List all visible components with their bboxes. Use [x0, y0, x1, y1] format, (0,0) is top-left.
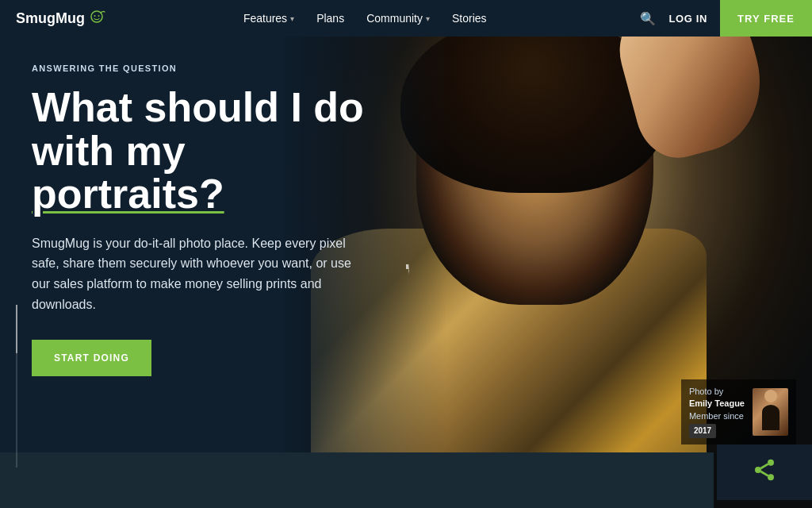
bottom-content-preview	[0, 452, 714, 508]
photographer-avatar	[753, 388, 788, 436]
share-area[interactable]	[717, 444, 812, 500]
chevron-down-icon: ▾	[290, 14, 294, 23]
nav-right: 🔍 LOG IN TRY FREE	[640, 0, 796, 37]
svg-line-5	[760, 471, 768, 475]
headline-line1: What should I do with my	[32, 84, 364, 174]
nav-features-label: Features	[243, 12, 287, 25]
nav-features[interactable]: Features ▾	[243, 12, 294, 25]
nav-plans[interactable]: Plans	[316, 12, 344, 25]
hero-content: ANSWERING THE QUESTION What should I do …	[32, 64, 412, 376]
svg-point-2	[768, 459, 774, 465]
photo-credit-info: Photo by Emily Teague Member since 2017	[689, 386, 745, 438]
chevron-down-icon: ▾	[426, 14, 430, 23]
nav-stories-label: Stories	[452, 12, 487, 25]
avatar-body	[762, 405, 779, 430]
headline-line2: portraits?	[32, 172, 412, 216]
scroll-indicator	[16, 305, 17, 468]
photo-credit-text: Photo by Emily Teague Member since 2017	[689, 386, 745, 438]
start-doing-button[interactable]: START DOING	[32, 340, 151, 376]
svg-point-4	[768, 474, 774, 480]
hero-eyebrow: ANSWERING THE QUESTION	[32, 64, 412, 73]
nav-plans-label: Plans	[316, 12, 344, 25]
nav-community[interactable]: Community ▾	[366, 12, 430, 25]
nav-stories[interactable]: Stories	[452, 12, 487, 25]
login-button[interactable]: LOG IN	[668, 13, 707, 25]
share-icon[interactable]	[752, 457, 777, 488]
search-icon[interactable]: 🔍	[640, 11, 656, 26]
photo-credit: Photo by Emily Teague Member since 2017	[681, 379, 796, 444]
hero-description: SmugMug is your do-it-all photo place. K…	[32, 233, 373, 314]
navbar: SmugMug Features ▾ Plans Community ▾ Sto…	[0, 0, 812, 37]
logo-text: SmugMug	[16, 10, 85, 27]
avatar-head	[764, 390, 777, 402]
avatar-figure	[759, 390, 783, 433]
member-year-badge: 2017	[689, 424, 716, 438]
nav-links: Features ▾ Plans Community ▾ Stories	[90, 12, 640, 25]
hero-section: ANSWERING THE QUESTION What should I do …	[0, 0, 812, 508]
nav-community-label: Community	[366, 12, 423, 25]
try-free-button[interactable]: TRY FREE	[720, 0, 812, 37]
svg-point-3	[755, 467, 761, 473]
hero-headline: What should I do with my portraits?	[32, 86, 412, 216]
svg-line-6	[760, 464, 768, 468]
photographer-name: Emily Teague	[689, 398, 745, 408]
